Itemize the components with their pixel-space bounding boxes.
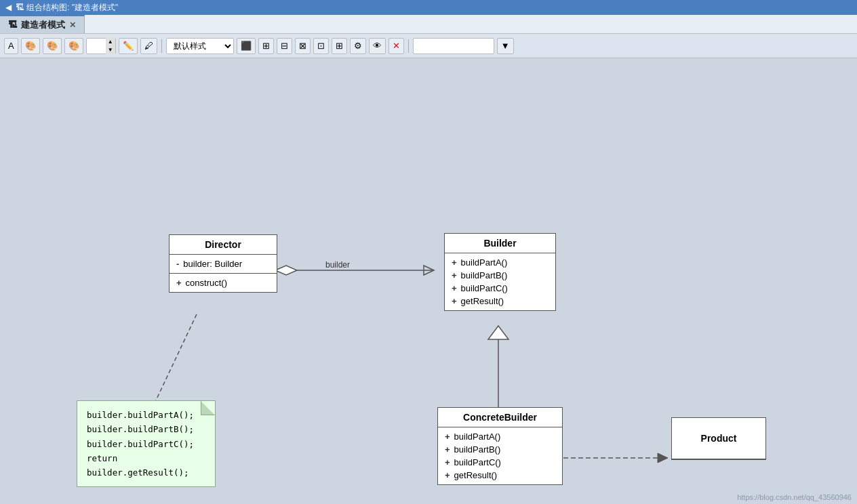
product-class[interactable]: Product bbox=[671, 417, 766, 460]
builder-method-vis-3: + bbox=[452, 283, 457, 293]
svg-marker-2 bbox=[275, 266, 297, 275]
director-attributes: - builder: Builder bbox=[170, 255, 277, 274]
builder-title: Builder bbox=[445, 234, 555, 253]
builder-method-3: + buildPartC() bbox=[452, 282, 549, 295]
delete-button[interactable]: ✕ bbox=[388, 38, 404, 54]
font-button[interactable]: A bbox=[4, 38, 18, 54]
layout3-button[interactable]: ⊟ bbox=[277, 38, 292, 54]
concrete-builder-method-2: + buildPartB() bbox=[445, 443, 555, 456]
tab-builder-pattern[interactable]: 🏗 建造者模式 ✕ bbox=[0, 15, 85, 33]
note-line-1: builder.buildPartA(); bbox=[87, 408, 205, 422]
cb-vis-1: + bbox=[445, 432, 450, 442]
builder-method-text-4: getResult() bbox=[461, 296, 504, 306]
director-class[interactable]: Director - builder: Builder + construct(… bbox=[169, 234, 277, 293]
layout5-button[interactable]: ⊡ bbox=[313, 38, 329, 54]
cb-vis-3: + bbox=[445, 457, 450, 467]
svg-marker-1 bbox=[424, 266, 434, 275]
zoom-up-button[interactable]: ▲ bbox=[106, 38, 115, 46]
tool2-button[interactable]: 🖊 bbox=[140, 38, 157, 54]
connector-label-builder: builder bbox=[325, 260, 350, 270]
view-button[interactable]: 👁 bbox=[369, 38, 386, 54]
concrete-builder-method-4: + getResult() bbox=[445, 469, 555, 482]
builder-method-1: + buildPartA() bbox=[452, 256, 549, 269]
director-method-text-1: construct() bbox=[186, 278, 227, 288]
concrete-builder-method-3: + buildPartC() bbox=[445, 456, 555, 469]
title-bar: ◀ 🏗 组合结构图: "建造者模式" bbox=[0, 0, 857, 15]
color2-button[interactable]: 🎨 bbox=[43, 38, 62, 54]
canvas: builder Director - builder: Builder + co… bbox=[0, 58, 857, 504]
svg-marker-6 bbox=[658, 453, 668, 463]
tab-label: 建造者模式 bbox=[21, 19, 65, 31]
svg-line-7 bbox=[156, 314, 197, 400]
product-title: Product bbox=[672, 418, 765, 459]
note-line-2: builder.buildPartB(); bbox=[87, 422, 205, 436]
cb-vis-2: + bbox=[445, 444, 450, 455]
builder-methods: + buildPartA() + buildPartB() + buildPar… bbox=[445, 253, 555, 310]
director-title: Director bbox=[170, 235, 277, 255]
builder-method-2: + buildPartB() bbox=[452, 269, 549, 282]
layout4-button[interactable]: ⊠ bbox=[295, 38, 311, 54]
title-text: 组合结构图: "建造者模式" bbox=[26, 2, 118, 14]
layout6-button[interactable]: ⊞ bbox=[332, 38, 347, 54]
note-line-4: return builder.getResult(); bbox=[87, 451, 205, 480]
tab-close-button[interactable]: ✕ bbox=[69, 20, 76, 30]
separator2 bbox=[408, 39, 409, 53]
builder-method-4: + getResult() bbox=[452, 295, 549, 308]
separator1 bbox=[161, 39, 162, 53]
builder-method-vis-4: + bbox=[452, 296, 457, 306]
director-attr-text-1: builder: Builder bbox=[183, 259, 242, 269]
concrete-builder-methods: + buildPartA() + buildPartB() + buildPar… bbox=[438, 427, 562, 484]
builder-method-vis-1: + bbox=[452, 257, 457, 268]
builder-method-text-2: buildPartB() bbox=[461, 270, 508, 280]
tab-bar: 🏗 建造者模式 ✕ bbox=[0, 15, 857, 34]
layout2-button[interactable]: ⊞ bbox=[258, 38, 274, 54]
builder-method-text-1: buildPartA() bbox=[461, 257, 508, 268]
note-line-3: builder.buildPartC(); bbox=[87, 437, 205, 451]
concrete-builder-class[interactable]: ConcreteBuilder + buildPartA() + buildPa… bbox=[437, 407, 563, 485]
director-methods: + construct() bbox=[170, 274, 277, 292]
director-attr-vis-1: - bbox=[176, 259, 179, 269]
builder-method-text-3: buildPartC() bbox=[461, 283, 508, 293]
zoom-spinner[interactable]: 1 ▲ ▼ bbox=[86, 38, 116, 54]
cb-text-2: buildPartB() bbox=[454, 444, 501, 455]
tool1-button[interactable]: ✏️ bbox=[119, 38, 138, 54]
builder-method-vis-2: + bbox=[452, 270, 457, 280]
search-input[interactable] bbox=[413, 38, 494, 54]
watermark: https://blog.csdn.net/qq_43560946 bbox=[737, 493, 852, 501]
concrete-builder-title: ConcreteBuilder bbox=[438, 408, 562, 427]
concrete-builder-method-1: + buildPartA() bbox=[445, 430, 555, 443]
filter-button[interactable]: ▼ bbox=[497, 38, 514, 54]
layout1-button[interactable]: ⬛ bbox=[237, 38, 256, 54]
color1-button[interactable]: 🎨 bbox=[21, 38, 40, 54]
cb-text-1: buildPartA() bbox=[454, 432, 501, 442]
toolbar: A 🎨 🎨 🎨 1 ▲ ▼ ✏️ 🖊 默认样式 ⬛ ⊞ ⊟ ⊠ ⊡ ⊞ ⚙ 👁 … bbox=[0, 34, 857, 58]
back-icon[interactable]: ◀ bbox=[5, 3, 12, 12]
cb-text-3: buildPartC() bbox=[454, 457, 501, 467]
style-dropdown[interactable]: 默认样式 bbox=[166, 38, 234, 54]
zoom-down-button[interactable]: ▼ bbox=[106, 46, 115, 54]
zoom-input[interactable]: 1 bbox=[87, 41, 106, 51]
svg-marker-4 bbox=[488, 326, 509, 339]
builder-class[interactable]: Builder + buildPartA() + buildPartB() + … bbox=[444, 233, 556, 311]
note-box[interactable]: builder.buildPartA(); builder.buildPartB… bbox=[77, 400, 216, 487]
color3-button[interactable]: 🎨 bbox=[64, 38, 83, 54]
arrange-button[interactable]: ⚙ bbox=[350, 38, 366, 54]
tab-icon: 🏗 bbox=[8, 20, 17, 30]
director-attr-1: - builder: Builder bbox=[176, 257, 270, 270]
cb-vis-4: + bbox=[445, 470, 450, 480]
director-method-1: + construct() bbox=[176, 276, 270, 289]
director-method-vis-1: + bbox=[176, 278, 182, 288]
title-icon: 🏗 bbox=[16, 3, 24, 12]
cb-text-4: getResult() bbox=[454, 470, 498, 480]
